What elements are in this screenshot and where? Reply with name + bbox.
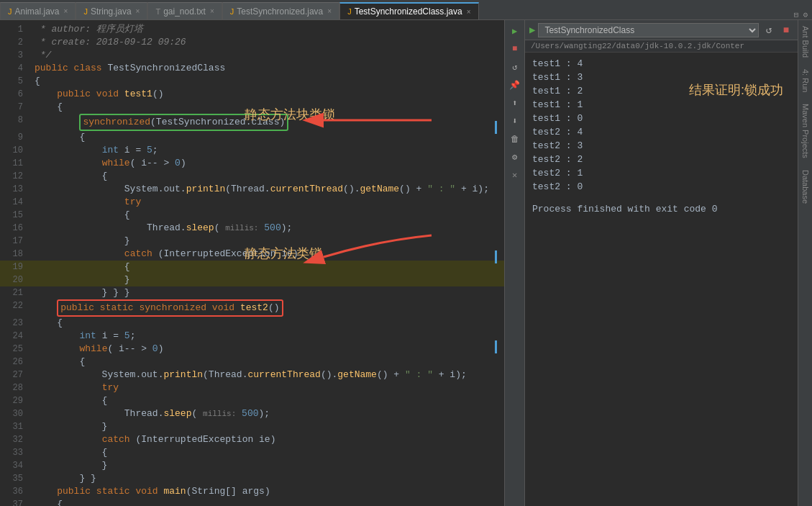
database-label[interactable]: Database [800, 164, 811, 209]
settings-button[interactable]: ⚙ [507, 149, 523, 165]
code-line: 27 System.out.println(Thread.currentThre… [0, 369, 504, 381]
scroll-down-button[interactable]: ⬇ [507, 113, 523, 129]
code-line: 2 * create: 2018-09-12 09:26 [0, 36, 504, 49]
code-container[interactable]: 1 * author: 程序员灯塔 2 * create: 2018-09-12… [0, 20, 504, 506]
code-line: 33 { [0, 446, 504, 459]
output-line: test1 : 0 [532, 112, 790, 125]
code-line: 37 { [0, 498, 504, 506]
settings-icon[interactable]: ⚙ [803, 10, 808, 19]
code-line: 15 { [0, 209, 504, 222]
java-icon: J [230, 7, 234, 16]
output-line: test2 : 3 [532, 139, 790, 153]
gutter-indicator [495, 121, 497, 134]
code-line: 3 */ [0, 49, 504, 62]
code-line-synchronized: 8 synchronized(TestSynchronized.class) [0, 114, 504, 131]
run-side-toolbar: ▶ ■ ↺ 📌 ⬆ ⬇ 🗑 ⚙ ✕ [504, 20, 524, 506]
code-line: 17 } [0, 235, 504, 248]
gutter-indicator [495, 250, 497, 263]
output-line: test2 : 2 [532, 153, 790, 166]
tab-animal[interactable]: J Animal.java × [0, 2, 76, 19]
code-line: 21 } } } [0, 286, 504, 299]
output-line: test1 : 1 [532, 98, 790, 112]
code-line: 32 catch (InterruptedException ie) [0, 433, 504, 446]
java-icon: J [347, 7, 352, 16]
tab-gainod[interactable]: T gai_nod.txt × [147, 2, 222, 19]
run-green-icon[interactable]: ▶ [529, 24, 535, 36]
toolbar-rerun[interactable]: ↺ [762, 23, 776, 37]
code-line: 4 public class TestSynchronizedClass [0, 62, 504, 75]
process-line: Process finished with exit code 0 [532, 202, 790, 216]
tab-testsynccls[interactable]: J TestSynchronizedClass.java × [339, 2, 478, 19]
code-line: 28 try [0, 381, 504, 394]
toolbar-stop[interactable]: ■ [779, 23, 793, 37]
run-toolbar: ▶ TestSynchronizedClass ↺ ■ [525, 20, 798, 40]
code-line: 9 { [0, 131, 504, 144]
code-line: 30 Thread.sleep( millis: 500); [0, 407, 504, 420]
tab-label: Animal.java [15, 6, 60, 17]
code-line: 14 try [0, 196, 504, 209]
maven-projects-label[interactable]: Maven Projects [800, 98, 811, 164]
clear-button[interactable]: 🗑 [507, 131, 523, 147]
main-content: 1 * author: 程序员灯塔 2 * create: 2018-09-12… [0, 20, 812, 506]
stop-button[interactable]: ■ [507, 41, 523, 57]
pin-button[interactable]: 📌 [507, 77, 523, 93]
tab-label: TestSynchronizedClass.java [355, 6, 462, 17]
code-line-static-method: 22 public static synchronized void test2… [0, 299, 504, 317]
code-line: 16 Thread.sleep( millis: 500); [0, 222, 504, 235]
output-line: test2 : 1 [532, 166, 790, 180]
code-line: 24 int i = 5; [0, 330, 504, 343]
code-line: 36 public static void main(String[] args… [0, 485, 504, 498]
code-line: 10 int i = 5; [0, 144, 504, 157]
code-line: 23 { [0, 317, 504, 330]
result-label: 结果证明:锁成功 [689, 81, 783, 99]
code-line: 31 } [0, 420, 504, 433]
tab-label: TestSynchronized.java [237, 6, 323, 17]
run-config-select[interactable]: TestSynchronizedClass [538, 23, 759, 37]
split-icon[interactable]: ⊟ [794, 10, 799, 19]
output-line: test2 : 0 [532, 180, 790, 194]
tab-testsync[interactable]: J TestSynchronized.java × [222, 2, 339, 19]
run-output[interactable]: test1 : 4 test1 : 3 test1 : 2 test1 : 1 … [525, 53, 798, 506]
code-line: 1 * author: 程序员灯塔 [0, 23, 504, 36]
close-icon[interactable]: × [327, 7, 332, 15]
code-line: 25 while( i-- > 0) [0, 343, 504, 356]
editor-area: 1 * author: 程序员灯塔 2 * create: 2018-09-12… [0, 20, 504, 506]
code-line: 19 { [0, 261, 504, 274]
output-line: test1 : 4 [532, 57, 790, 71]
close-icon[interactable]: × [136, 7, 140, 15]
code-line: 29 { [0, 394, 504, 407]
code-line: 6 public void test1() [0, 88, 504, 101]
run-panel: ▶ TestSynchronizedClass ↺ ■ /Users/wangt… [524, 20, 798, 506]
code-line: 18 catch (InterruptedException ie) [0, 248, 504, 261]
ant-build-label[interactable]: Ant Build [800, 20, 811, 63]
tab-label: String.java [91, 6, 132, 17]
code-line: 34 } [0, 459, 504, 472]
tab-string[interactable]: J String.java × [76, 2, 147, 19]
code-line: 13 System.out.println(Thread.currentThre… [0, 183, 504, 196]
right-labels: Ant Build 4: Run Maven Projects Database [798, 20, 812, 506]
scroll-up-button[interactable]: ⬆ [507, 95, 523, 111]
code-line: 20 } [0, 274, 504, 286]
close-icon[interactable]: × [467, 8, 471, 16]
code-line: 11 while( i-- > 0) [0, 157, 504, 170]
code-line: 35 } } [0, 472, 504, 485]
run-label[interactable]: 4: Run [800, 63, 811, 98]
code-line: 12 { [0, 170, 504, 183]
output-line: test2 : 4 [532, 125, 790, 139]
code-line: 7 { [0, 101, 504, 114]
code-line: 5 { [0, 75, 504, 88]
java-icon: J [8, 7, 12, 16]
close-icon[interactable]: × [64, 7, 68, 15]
txt-icon: T [155, 7, 160, 16]
tab-bar: J Animal.java × J String.java × T gai_no… [0, 0, 812, 20]
tab-label: gai_nod.txt [163, 6, 206, 17]
run-button[interactable]: ▶ [507, 23, 523, 39]
close-panel-button[interactable]: ✕ [507, 167, 523, 183]
rerun-button[interactable]: ↺ [507, 59, 523, 75]
close-icon[interactable]: × [210, 7, 214, 15]
java-icon: J [83, 7, 88, 16]
run-path-bar: /Users/wangting22/data0/jdk-10.0.2.jdk/C… [525, 40, 798, 53]
gutter-indicator [495, 340, 497, 353]
code-line: 26 { [0, 356, 504, 369]
